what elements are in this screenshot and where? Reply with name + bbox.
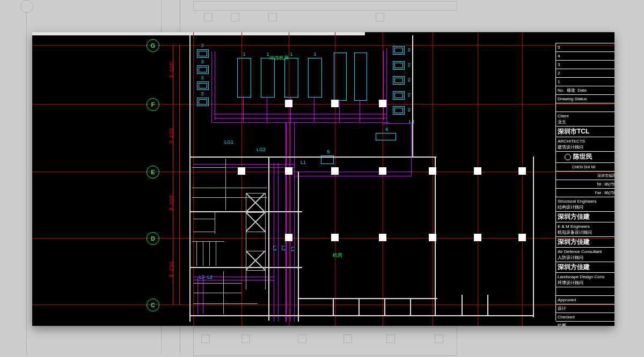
fan-2b — [393, 61, 405, 70]
lbl-l1: L1 — [301, 160, 306, 165]
grid-col-8 — [522, 32, 523, 326]
lbl-l1b: L1 — [290, 247, 296, 252]
col-G3 — [331, 100, 339, 107]
col-F2 — [285, 167, 292, 175]
grid-bubble-E: E — [147, 166, 159, 178]
trunk-2 — [290, 122, 290, 322]
grid-bubble-D: D — [147, 232, 159, 245]
col-E5 — [474, 234, 481, 241]
mag-h1 — [211, 122, 389, 123]
mag-h1b — [215, 118, 386, 118]
col-E4 — [429, 234, 436, 241]
cooler-a — [334, 53, 347, 101]
lbl-l2b: L2 — [207, 274, 213, 280]
tag-c4: 1 — [312, 51, 318, 57]
tag-2a: 2 — [406, 47, 412, 53]
ls2 — [193, 293, 241, 293]
trunk-1 — [286, 122, 287, 322]
mag-cB — [360, 100, 360, 122]
trunk-3 — [294, 122, 295, 322]
dim-GF: 8 400 — [169, 62, 175, 78]
col-E3 — [379, 234, 386, 241]
cooler-b — [354, 53, 367, 101]
tag-p5: 5 — [326, 149, 331, 154]
xb2 — [246, 212, 265, 232]
tag-3d: 3 — [200, 91, 205, 96]
mag-b4 — [203, 277, 203, 314]
tag-2b: 2 — [406, 62, 412, 68]
draw-status: Drawing Status — [556, 94, 614, 103]
grid-col-7 — [478, 32, 478, 326]
dim-ext-2 — [179, 45, 180, 304]
arch-lbl: ARCHITECTS建筑设计顾问 — [556, 137, 614, 151]
rev-1: 1 — [556, 77, 614, 86]
des: 设计 — [556, 304, 614, 313]
wl-left — [189, 35, 191, 322]
grid-col-6 — [433, 32, 433, 326]
mag-b2 — [193, 280, 274, 280]
dim-ED: 8 400 — [169, 195, 175, 211]
top-wall — [32, 32, 365, 35]
p1 — [192, 167, 225, 168]
lbl-l3b: L3 — [272, 246, 277, 251]
chiller-4 — [308, 58, 322, 98]
rev-hdr: No. 修改 Date — [556, 86, 614, 94]
ls3 — [223, 271, 224, 314]
mag-h1c — [214, 114, 386, 114]
fan-3c — [197, 81, 209, 90]
drw: 绘图 — [556, 321, 614, 326]
grid-row-G — [32, 45, 614, 46]
p2 — [225, 159, 226, 210]
p3 — [192, 188, 267, 188]
area-label-right: 机房 — [333, 252, 342, 259]
mag-r1 — [386, 48, 387, 122]
t3 — [209, 241, 210, 266]
chk: Checked — [556, 313, 614, 321]
el1 — [193, 219, 215, 219]
el2 — [193, 232, 215, 232]
lbl-lg1: LG1 — [224, 139, 233, 145]
fan-3b — [197, 65, 209, 74]
tag-c3: 1 — [289, 51, 294, 57]
air-val: 深圳方佳建 — [556, 262, 614, 272]
stage: G F E D C 8 400 8 400 8 400 8 400 冷冻机房 机… — [0, 0, 644, 357]
dim-DC: 8 400 — [169, 261, 175, 277]
struct-lbl: Structural Engineers结构设计顾问 — [556, 197, 614, 211]
client-lbl: Client业主 — [556, 111, 614, 126]
mag-r1b — [383, 50, 384, 120]
ls1 — [193, 283, 241, 284]
mag-c4a — [314, 96, 314, 122]
t5 — [192, 241, 224, 242]
wl-mid — [268, 157, 269, 321]
wl-top — [189, 157, 436, 158]
mag-rh — [383, 123, 410, 124]
mag-cA — [339, 100, 340, 122]
bot-v1 — [333, 298, 334, 315]
col-F5 — [429, 167, 436, 175]
bot-v5 — [462, 295, 463, 316]
xb3 — [246, 251, 265, 270]
xb1 — [246, 193, 265, 212]
fan-2d — [393, 91, 405, 100]
mag-m3 — [294, 172, 412, 172]
arch-en: CHEN SHI MI — [556, 162, 614, 171]
fan-2e — [393, 106, 405, 115]
mep-lbl: E & M Engineers机电设备设计顾问 — [556, 222, 614, 236]
tag-2d: 2 — [406, 92, 412, 98]
dim-FE: 8 400 — [169, 128, 175, 144]
arch-tel: Tel : 86(755 — [556, 180, 614, 188]
cad-canvas[interactable]: G F E D C 8 400 8 400 8 400 8 400 冷冻机房 机… — [32, 32, 614, 326]
rev-5: 5 — [556, 43, 614, 51]
grid-row-D — [32, 238, 614, 239]
bot-out1 — [189, 315, 533, 316]
col-F3 — [331, 167, 339, 175]
bot-out2 — [298, 298, 437, 299]
fan-3a — [197, 49, 209, 58]
land-lbl: Landscape Design Cons环境设计顾问 — [556, 272, 614, 287]
fan-3d — [197, 98, 209, 106]
grid-row-F — [32, 104, 614, 105]
t4 — [216, 241, 216, 266]
chiller-2 — [261, 58, 275, 98]
grid-bubble-F: F — [147, 98, 159, 111]
col-E1 — [285, 234, 292, 241]
